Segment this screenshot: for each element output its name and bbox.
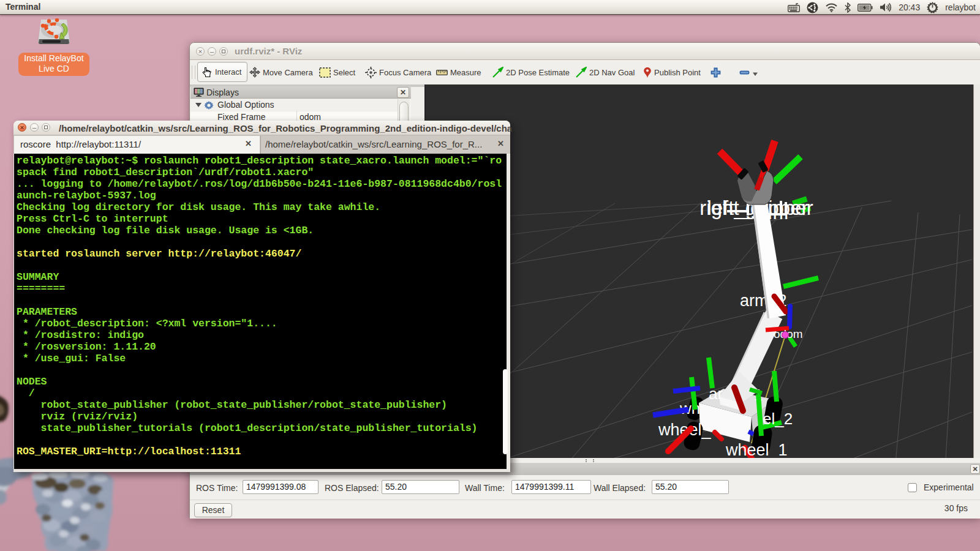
svg-text:el_2: el_2: [763, 410, 793, 428]
svg-text:wheel_1: wheel_1: [725, 441, 788, 458]
